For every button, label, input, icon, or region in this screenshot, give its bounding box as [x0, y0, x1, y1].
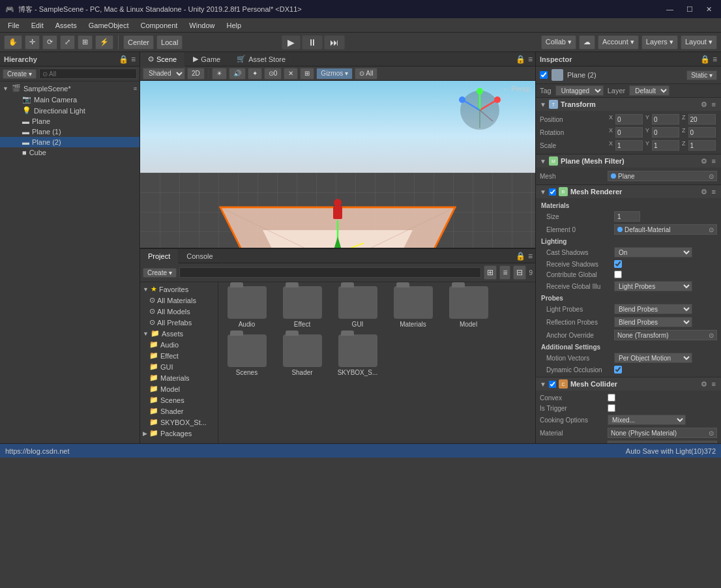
- static-button[interactable]: Static ▾: [686, 70, 717, 80]
- step-button[interactable]: ⏭: [324, 35, 345, 50]
- tab-project[interactable]: Project: [140, 249, 179, 263]
- folder-materials[interactable]: Materials: [389, 286, 437, 328]
- scale-z-field[interactable]: [688, 140, 716, 151]
- contribute-global-checkbox[interactable]: [614, 271, 622, 278]
- hierarchy-item-camera[interactable]: 📷 Main Camera: [0, 94, 140, 105]
- hierarchy-item-plane[interactable]: ▬ Plane: [0, 116, 140, 126]
- meshrenderer-settings-icon[interactable]: ⚙: [699, 188, 709, 196]
- menu-edit[interactable]: Edit: [26, 20, 49, 31]
- cloud-button[interactable]: ☁: [579, 35, 595, 50]
- tool-rect[interactable]: ⊞: [78, 35, 93, 50]
- window-controls[interactable]: — ☐ ✕: [662, 4, 716, 15]
- minimize-button[interactable]: —: [662, 4, 677, 15]
- project-view-toggle3[interactable]: ⊟: [513, 265, 526, 280]
- tag-dropdown[interactable]: Untagged: [555, 85, 604, 96]
- tab-assetstore[interactable]: 🛒 Asset Store: [229, 52, 294, 66]
- hierarchy-menu-icon[interactable]: ≡: [131, 55, 136, 64]
- collider-mesh-pick-icon[interactable]: ⊙: [709, 443, 714, 444]
- cooking-options-dropdown[interactable]: Mixed...: [608, 415, 686, 425]
- audio-toggle[interactable]: 🔊: [229, 68, 246, 80]
- meshrenderer-menu-icon[interactable]: ≡: [711, 188, 717, 196]
- nav-toggle[interactable]: ⊙0: [264, 68, 282, 80]
- collab-button[interactable]: Collab ▾: [541, 35, 576, 50]
- play-button[interactable]: ▶: [282, 35, 301, 50]
- proj-effect-item[interactable]: 📁 Effect: [140, 350, 218, 361]
- inspector-lock-icon[interactable]: 🔒: [700, 55, 710, 64]
- pos-z-field[interactable]: [688, 114, 716, 125]
- reflection-probes-dropdown[interactable]: Blend Probes: [614, 317, 692, 327]
- proj-favorites-header[interactable]: ▼ ★ Favorites: [140, 284, 218, 295]
- pivot-center[interactable]: Center: [123, 35, 154, 50]
- folder-scenes[interactable]: Scenes: [222, 334, 271, 376]
- tab-game[interactable]: ▶ Game: [185, 52, 229, 66]
- tool-move[interactable]: ✛: [25, 35, 40, 50]
- proj-scenes-item[interactable]: 📁 Scenes: [140, 394, 218, 405]
- scale-y-field[interactable]: [652, 140, 679, 151]
- transform-menu-icon[interactable]: ≡: [711, 100, 717, 109]
- meshcollider-menu-icon[interactable]: ≡: [711, 380, 717, 389]
- project-create-button[interactable]: Create ▾: [143, 268, 177, 278]
- proj-materials-item[interactable]: 📁 Materials: [140, 372, 218, 383]
- folder-effect[interactable]: Effect: [278, 286, 327, 328]
- meshfilter-menu-icon[interactable]: ≡: [711, 157, 717, 166]
- maximize-button[interactable]: ☐: [683, 4, 697, 15]
- tab-scene[interactable]: ⊙ Scene: [140, 52, 185, 66]
- transform-header[interactable]: ▼ T Transform ⚙ ≡: [536, 98, 721, 111]
- proj-skybox-item[interactable]: 📁 SKYBOX_St...: [140, 417, 218, 428]
- light-toggle[interactable]: ☀: [212, 68, 227, 80]
- materials-size-field[interactable]: [614, 211, 640, 222]
- cast-shadows-dropdown[interactable]: On: [614, 247, 692, 257]
- mesh-collider-header[interactable]: ▼ C Mesh Collider ⚙ ≡: [536, 377, 721, 390]
- layer-dropdown[interactable]: Default: [629, 85, 670, 96]
- hierarchy-item-scene[interactable]: ▼ 🎬 SampleScene* ≡: [0, 83, 140, 94]
- receive-global-dropdown[interactable]: Light Probes: [614, 281, 692, 291]
- proj-packages-header[interactable]: ▶ 📁 Packages: [140, 428, 218, 439]
- rot-z-field[interactable]: [688, 127, 716, 138]
- proj-all-materials[interactable]: ⊙ All Materials: [140, 295, 218, 306]
- convex-checkbox[interactable]: [608, 394, 615, 402]
- stats-toggle[interactable]: ✕: [284, 68, 298, 80]
- pos-y-field[interactable]: [652, 114, 679, 125]
- scene-lock-icon[interactable]: 🔒: [516, 55, 525, 64]
- hierarchy-lock-icon[interactable]: 🔒: [119, 55, 128, 64]
- meshcollider-settings-icon[interactable]: ⚙: [699, 380, 709, 389]
- hierarchy-create-button[interactable]: Create ▾: [3, 69, 37, 79]
- tool-scale[interactable]: ⤢: [60, 35, 75, 50]
- account-button[interactable]: Account ▾: [598, 35, 639, 50]
- menu-window[interactable]: Window: [184, 20, 220, 31]
- proj-gui-item[interactable]: 📁 GUI: [140, 361, 218, 372]
- folder-shader[interactable]: Shader: [278, 334, 327, 376]
- effects-toggle[interactable]: ✦: [248, 68, 262, 80]
- 2d-button[interactable]: 2D: [187, 68, 205, 80]
- element0-pick-icon[interactable]: ⊙: [709, 226, 714, 233]
- collider-material-pick-icon[interactable]: ⊙: [709, 430, 714, 437]
- project-lock-icon[interactable]: 🔒: [516, 252, 525, 261]
- pivot-local[interactable]: Local: [156, 35, 183, 50]
- pause-button[interactable]: ⏸: [302, 35, 323, 50]
- pos-x-field[interactable]: [615, 114, 643, 125]
- search-all[interactable]: ⊙ All: [355, 68, 377, 80]
- layers-button[interactable]: Layers ▾: [641, 35, 678, 50]
- folder-skybox[interactable]: SKYBOX_S...: [333, 334, 382, 376]
- layout-button[interactable]: Layout ▾: [681, 35, 717, 50]
- project-menu-icon[interactable]: ≡: [528, 252, 533, 261]
- transform-settings-icon[interactable]: ⚙: [699, 100, 709, 109]
- viewport[interactable]: ← Persp: [140, 81, 535, 248]
- object-name[interactable]: Plane (2): [567, 71, 683, 79]
- hierarchy-item-plane1[interactable]: ▬ Plane (1): [0, 126, 140, 137]
- folder-audio[interactable]: Audio: [222, 286, 271, 328]
- tool-rotate[interactable]: ⟳: [42, 35, 57, 50]
- is-trigger-checkbox[interactable]: [608, 404, 615, 412]
- hierarchy-item-light[interactable]: 💡 Directional Light: [0, 105, 140, 116]
- shading-dropdown[interactable]: Shaded: [143, 68, 185, 80]
- project-search[interactable]: [179, 267, 482, 278]
- rot-x-field[interactable]: [615, 127, 643, 138]
- proj-audio-item[interactable]: 📁 Audio: [140, 339, 218, 350]
- meshrenderer-enabled-checkbox[interactable]: [549, 188, 556, 196]
- scale-x-field[interactable]: [615, 140, 643, 151]
- object-enabled-checkbox[interactable]: [540, 71, 548, 79]
- proj-assets-header[interactable]: ▼ 📁 Assets: [140, 328, 218, 339]
- dynamic-occlusion-checkbox[interactable]: [614, 366, 622, 374]
- project-view-toggle1[interactable]: ⊞: [484, 265, 497, 280]
- proj-all-models[interactable]: ⊙ All Models: [140, 306, 218, 317]
